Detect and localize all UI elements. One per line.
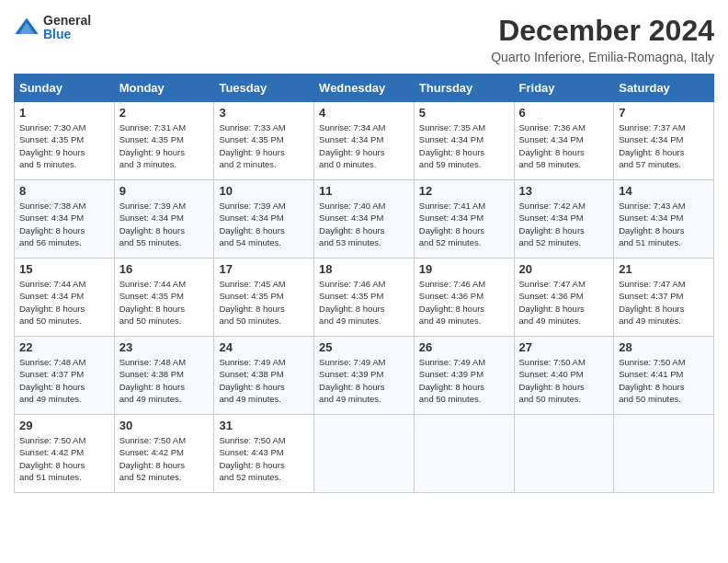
calendar-week-4: 22Sunrise: 7:48 AM Sunset: 4:37 PM Dayli… — [15, 337, 714, 415]
calendar-day: 9Sunrise: 7:39 AM Sunset: 4:34 PM Daylig… — [114, 180, 214, 259]
day-number: 24 — [219, 340, 309, 354]
day-info: Sunrise: 7:50 AM Sunset: 4:42 PM Dayligh… — [119, 434, 210, 483]
col-wednesday: Wednesday — [314, 75, 415, 102]
day-info: Sunrise: 7:46 AM Sunset: 4:35 PM Dayligh… — [319, 278, 409, 327]
day-number: 16 — [119, 262, 210, 276]
calendar-week-5: 29Sunrise: 7:50 AM Sunset: 4:42 PM Dayli… — [15, 415, 714, 493]
day-info: Sunrise: 7:42 AM Sunset: 4:34 PM Dayligh… — [519, 200, 609, 248]
day-number: 7 — [619, 106, 709, 120]
calendar-day: 23Sunrise: 7:48 AM Sunset: 4:38 PM Dayli… — [114, 337, 214, 415]
day-info: Sunrise: 7:43 AM Sunset: 4:34 PM Dayligh… — [619, 200, 709, 248]
calendar-day: 17Sunrise: 7:45 AM Sunset: 4:35 PM Dayli… — [214, 259, 314, 337]
day-info: Sunrise: 7:49 AM Sunset: 4:39 PM Dayligh… — [419, 356, 509, 405]
calendar-day: 10Sunrise: 7:39 AM Sunset: 4:34 PM Dayli… — [214, 180, 314, 259]
calendar-day: 1Sunrise: 7:30 AM Sunset: 4:35 PM Daylig… — [15, 102, 115, 180]
day-number: 21 — [619, 262, 709, 276]
day-info: Sunrise: 7:31 AM Sunset: 4:35 PM Dayligh… — [119, 121, 210, 170]
day-info: Sunrise: 7:38 AM Sunset: 4:34 PM Dayligh… — [19, 200, 109, 248]
title-area: December 2024 Quarto Inferiore, Emilia-R… — [491, 14, 714, 64]
calendar-day: 21Sunrise: 7:47 AM Sunset: 4:37 PM Dayli… — [614, 259, 714, 337]
calendar-week-1: 1Sunrise: 7:30 AM Sunset: 4:35 PM Daylig… — [15, 102, 714, 180]
day-number: 2 — [119, 106, 210, 120]
day-number: 1 — [19, 106, 109, 120]
day-number: 19 — [419, 262, 509, 276]
day-number: 30 — [119, 419, 210, 432]
calendar-day — [614, 415, 714, 493]
calendar-day: 16Sunrise: 7:44 AM Sunset: 4:35 PM Dayli… — [114, 259, 214, 337]
day-info: Sunrise: 7:39 AM Sunset: 4:34 PM Dayligh… — [219, 200, 309, 248]
calendar-day: 15Sunrise: 7:44 AM Sunset: 4:34 PM Dayli… — [15, 259, 115, 337]
calendar-day: 7Sunrise: 7:37 AM Sunset: 4:34 PM Daylig… — [614, 102, 714, 180]
day-info: Sunrise: 7:44 AM Sunset: 4:35 PM Dayligh… — [119, 278, 210, 327]
day-number: 14 — [619, 184, 709, 198]
day-number: 3 — [219, 106, 309, 120]
day-info: Sunrise: 7:46 AM Sunset: 4:36 PM Dayligh… — [419, 278, 509, 327]
day-number: 29 — [19, 419, 109, 432]
day-info: Sunrise: 7:48 AM Sunset: 4:37 PM Dayligh… — [19, 356, 109, 405]
day-number: 6 — [519, 106, 609, 120]
calendar-week-2: 8Sunrise: 7:38 AM Sunset: 4:34 PM Daylig… — [15, 180, 714, 259]
calendar-day: 29Sunrise: 7:50 AM Sunset: 4:42 PM Dayli… — [15, 415, 115, 493]
calendar-day: 27Sunrise: 7:50 AM Sunset: 4:40 PM Dayli… — [514, 337, 614, 415]
logo: General Blue — [14, 14, 91, 42]
day-info: Sunrise: 7:30 AM Sunset: 4:35 PM Dayligh… — [19, 121, 109, 170]
day-number: 11 — [319, 184, 409, 198]
calendar-day: 5Sunrise: 7:35 AM Sunset: 4:34 PM Daylig… — [414, 102, 514, 180]
col-tuesday: Tuesday — [214, 75, 314, 102]
calendar-day: 18Sunrise: 7:46 AM Sunset: 4:35 PM Dayli… — [314, 259, 415, 337]
col-thursday: Thursday — [414, 75, 514, 102]
calendar-day: 24Sunrise: 7:49 AM Sunset: 4:38 PM Dayli… — [214, 337, 314, 415]
day-info: Sunrise: 7:39 AM Sunset: 4:34 PM Dayligh… — [119, 200, 210, 248]
day-number: 31 — [219, 419, 309, 432]
day-number: 20 — [519, 262, 609, 276]
page-header: General Blue December 2024 Quarto Inferi… — [14, 14, 714, 64]
day-info: Sunrise: 7:44 AM Sunset: 4:34 PM Dayligh… — [19, 278, 109, 327]
day-info: Sunrise: 7:50 AM Sunset: 4:42 PM Dayligh… — [19, 434, 109, 483]
calendar-day: 25Sunrise: 7:49 AM Sunset: 4:39 PM Dayli… — [314, 337, 415, 415]
month-title: December 2024 — [491, 14, 714, 48]
day-number: 5 — [419, 106, 509, 120]
calendar-day: 11Sunrise: 7:40 AM Sunset: 4:34 PM Dayli… — [314, 180, 415, 259]
day-number: 17 — [219, 262, 309, 276]
day-info: Sunrise: 7:50 AM Sunset: 4:41 PM Dayligh… — [619, 356, 709, 405]
day-info: Sunrise: 7:48 AM Sunset: 4:38 PM Dayligh… — [119, 356, 210, 405]
day-number: 13 — [519, 184, 609, 198]
logo-blue-text: Blue — [43, 28, 91, 41]
calendar-day: 20Sunrise: 7:47 AM Sunset: 4:36 PM Dayli… — [514, 259, 614, 337]
calendar-day: 13Sunrise: 7:42 AM Sunset: 4:34 PM Dayli… — [514, 180, 614, 259]
day-info: Sunrise: 7:49 AM Sunset: 4:38 PM Dayligh… — [219, 356, 309, 405]
calendar-day: 14Sunrise: 7:43 AM Sunset: 4:34 PM Dayli… — [614, 180, 714, 259]
calendar-day: 3Sunrise: 7:33 AM Sunset: 4:35 PM Daylig… — [214, 102, 314, 180]
calendar-day: 28Sunrise: 7:50 AM Sunset: 4:41 PM Dayli… — [614, 337, 714, 415]
col-sunday: Sunday — [15, 75, 115, 102]
day-info: Sunrise: 7:34 AM Sunset: 4:34 PM Dayligh… — [319, 121, 409, 170]
day-number: 25 — [319, 340, 409, 354]
day-number: 18 — [319, 262, 409, 276]
logo-text: General Blue — [43, 14, 91, 42]
calendar-day: 31Sunrise: 7:50 AM Sunset: 4:43 PM Dayli… — [214, 415, 314, 493]
day-number: 22 — [19, 340, 109, 354]
logo-icon — [14, 15, 40, 40]
day-info: Sunrise: 7:49 AM Sunset: 4:39 PM Dayligh… — [319, 356, 409, 405]
calendar-day: 6Sunrise: 7:36 AM Sunset: 4:34 PM Daylig… — [514, 102, 614, 180]
calendar-day — [514, 415, 614, 493]
day-number: 12 — [419, 184, 509, 198]
day-info: Sunrise: 7:35 AM Sunset: 4:34 PM Dayligh… — [419, 121, 509, 170]
day-number: 15 — [19, 262, 109, 276]
day-info: Sunrise: 7:45 AM Sunset: 4:35 PM Dayligh… — [219, 278, 309, 327]
day-number: 23 — [119, 340, 210, 354]
day-number: 10 — [219, 184, 309, 198]
day-number: 28 — [619, 340, 709, 354]
day-info: Sunrise: 7:50 AM Sunset: 4:43 PM Dayligh… — [219, 434, 309, 483]
col-saturday: Saturday — [614, 75, 714, 102]
calendar-day — [314, 415, 415, 493]
calendar-day: 19Sunrise: 7:46 AM Sunset: 4:36 PM Dayli… — [414, 259, 514, 337]
day-info: Sunrise: 7:41 AM Sunset: 4:34 PM Dayligh… — [419, 200, 509, 248]
day-number: 8 — [19, 184, 109, 198]
calendar-day: 4Sunrise: 7:34 AM Sunset: 4:34 PM Daylig… — [314, 102, 415, 180]
day-number: 26 — [419, 340, 509, 354]
calendar-day — [414, 415, 514, 493]
day-number: 27 — [519, 340, 609, 354]
day-info: Sunrise: 7:40 AM Sunset: 4:34 PM Dayligh… — [319, 200, 409, 248]
calendar-day: 2Sunrise: 7:31 AM Sunset: 4:35 PM Daylig… — [114, 102, 214, 180]
